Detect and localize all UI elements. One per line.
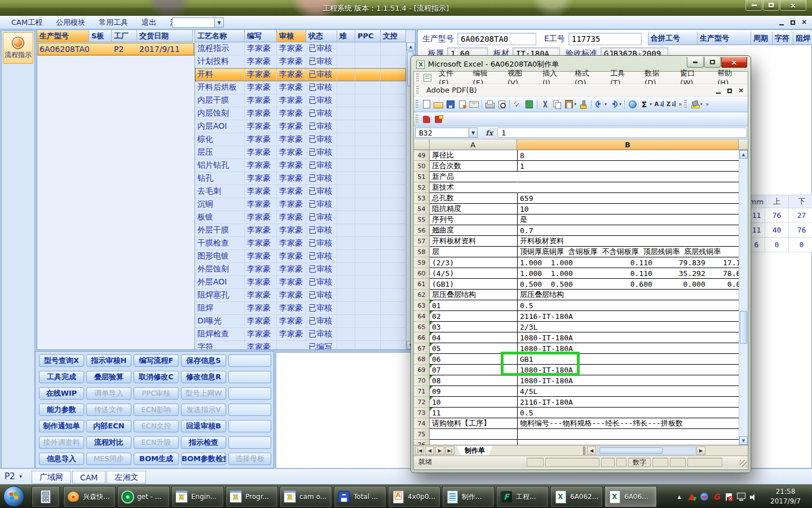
spelling-icon[interactable] [512,99,523,110]
excel-minimize-button[interactable] [687,57,704,68]
tray-vol-icon[interactable] [749,493,758,501]
merge-column-header[interactable]: 生产型号 [698,32,751,45]
bottom-tab-CAM[interactable]: CAM [72,471,105,484]
paste-icon[interactable] [563,99,574,110]
row-header-69[interactable]: 69 [414,365,430,375]
cell-B76[interactable] [518,440,741,445]
cell-A61[interactable]: (GB1) [430,279,518,290]
restore-button[interactable] [763,0,779,11]
fx-icon[interactable]: fx [486,129,493,137]
taskbar-app-兴森快...[interactable]: 兴森快... [63,486,116,507]
dropdown-arrow-icon[interactable]: ▾ [604,102,607,107]
select-all-corner[interactable] [414,139,430,150]
row-header-66[interactable]: 66 [414,332,430,343]
taskbar-app-Engin...[interactable]: Engin... [171,486,224,507]
sort-asc-icon[interactable] [654,99,664,110]
row-header-63[interactable]: 63 [414,300,430,311]
cut-icon[interactable] [540,99,550,110]
menu-item-退出[interactable]: 退出 [135,16,163,29]
taskbar-calculator-button[interactable] [32,486,60,507]
chevron-down-icon[interactable]: ▼ [214,18,223,27]
process-row[interactable]: 外层蚀刻李家豪李家豪已审核 [195,263,406,276]
mail-icon[interactable] [469,99,479,110]
process-row[interactable]: 去毛刺李家豪李家豪已审核 [195,185,406,198]
process-row[interactable]: 棕化李家豪李家豪已审核 [195,133,406,146]
row-header-74[interactable]: 74 [414,418,430,429]
sheet-nav-first-icon[interactable]: |◀ [415,446,424,455]
cell-B59[interactable]: 1.000 1.000 0.110 79.839 17.15 [518,257,741,268]
process-column-header[interactable]: 难 [337,30,355,42]
row-header-61[interactable]: 61 [414,279,430,290]
row-header-60[interactable]: 60 [414,268,430,279]
taskbar-app-cam o...[interactable]: cam o... [280,486,332,507]
cell-B64[interactable]: 2116-IT-180A [518,311,741,322]
taskbar-app-Progr...[interactable]: Progr... [226,486,278,507]
cell-A75[interactable] [430,429,518,440]
row-header-57[interactable]: 57 [414,236,430,247]
process-column-header[interactable]: 编写 [245,30,277,42]
quick-search-combobox[interactable]: ▼ [172,17,224,28]
tray-expand-icon[interactable] [675,493,683,501]
button-blank[interactable] [228,371,271,383]
cell-A55[interactable]: 序列号 [430,214,518,225]
undo-icon[interactable] [594,99,604,110]
toolbar-handle[interactable] [416,100,418,109]
row-header-72[interactable]: 72 [414,397,430,408]
cell-A49[interactable]: 厚径比 [430,150,518,161]
process-row[interactable]: 层压李家豪李家豪已审核 [195,146,406,159]
toolbar-handle[interactable] [684,100,687,109]
process-row[interactable]: 外层干膜李家豪李家豪已审核 [195,224,406,237]
process-row[interactable]: 阻焊检查李家豪李家豪已审核 [195,328,406,341]
process-column-header[interactable]: 状态 [306,30,337,42]
excel-restore-button[interactable] [704,57,721,68]
sort-desc-icon[interactable] [665,99,676,110]
button-叠层验算[interactable]: 叠层验算 [86,371,131,383]
cell-B60[interactable]: 1.000 1.000 0.110 35.292 78.61 [518,268,741,279]
cell-A51[interactable]: 新产品 [430,172,518,182]
tray-sogou-icon[interactable] [712,493,721,501]
workbook-restore-button[interactable] [726,87,733,94]
scrollbar-thumb[interactable] [740,311,747,344]
model-table-selected-row[interactable]: 6A06208TA0P22017/9/11 [37,42,195,56]
model-column-header[interactable]: S板 [89,30,112,42]
row-header-54[interactable]: 54 [414,204,430,214]
bottom-tab-广域网[interactable]: 广域网 [32,471,71,484]
process-row[interactable]: 图形电镀李家豪李家豪已审核 [195,250,406,263]
taskbar-app-Total ...[interactable]: Total ... [334,486,386,507]
dropdown-arrow-icon[interactable]: ▾ [700,102,703,107]
row-header-75[interactable]: 75 [414,429,430,440]
button-指示审核H[interactable]: 指示审核H [86,354,131,367]
merge-column-header[interactable]: 周期 [751,32,773,45]
cell-A74[interactable]: 请购物料【工序】 [430,418,518,429]
row-header-67[interactable]: 67 [414,343,430,354]
cell-A63[interactable]: 01 [430,300,518,311]
cell-A56[interactable]: 翘曲度 [430,225,518,236]
scrollbar-thumb[interactable] [599,448,663,454]
cell-A72[interactable]: 10 [430,397,518,408]
button-在线WIP[interactable]: 在线WIP [39,387,84,400]
workbook-minimize-button[interactable] [715,87,722,94]
cell-A58[interactable]: 层 [430,247,518,257]
bottom-tab-左湘文[interactable]: 左湘文 [107,471,146,484]
button-信息导入[interactable]: 信息导入 [39,453,84,465]
button-内部ECN[interactable]: 内部ECN [86,420,131,432]
cell-B75[interactable] [518,429,741,440]
row-header-50[interactable]: 50 [414,161,430,172]
painter-icon[interactable] [578,99,589,110]
process-row[interactable]: 开料后烘板李家豪李家豪已审核 [195,81,406,94]
process-row[interactable]: 内层干膜李家豪李家豪已审核 [195,94,406,107]
dropdown-arrow-icon[interactable]: ▾ [619,102,621,107]
scroll-up-icon[interactable]: ▲ [407,42,415,51]
cell-B58[interactable]: 顶铜厚底铜厚 含铜板厚 不含铜板厚 顶层残铜率 底层残铜率 [518,247,741,257]
cell-A70[interactable]: 08 [430,375,518,386]
spreadsheet-grid[interactable]: 49厚径比850压合次数151新产品52新技术53总孔数65954阻抗精度105… [414,150,748,445]
process-row[interactable]: 外层AOI李家豪李家豪已审核 [195,276,406,289]
scroll-down-icon[interactable]: ▼ [739,436,748,445]
e-number-field[interactable]: 117735 [568,33,642,45]
cell-B53[interactable]: 659 [518,193,741,204]
cell-B55[interactable]: 是 [518,214,741,225]
process-row[interactable]: 钻孔李家豪李家豪已审核 [195,172,406,185]
scroll-left-icon[interactable]: ◀ [587,446,596,455]
row-header-58[interactable]: 58 [414,247,430,257]
row-header-52[interactable]: 52 [414,182,430,193]
